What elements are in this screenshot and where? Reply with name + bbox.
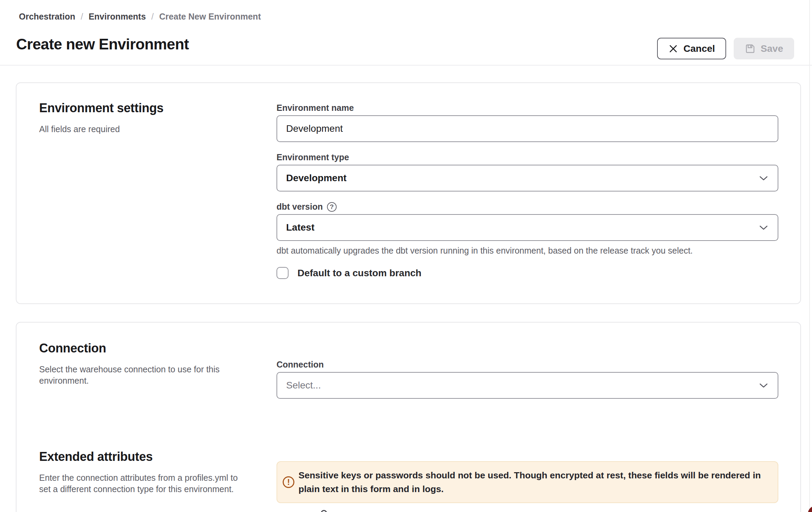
dbt-version-select[interactable]: Latest: [277, 214, 778, 241]
save-button-label: Save: [761, 43, 783, 54]
breadcrumb-environments[interactable]: Environments: [89, 12, 146, 22]
environment-name-label: Environment name: [277, 103, 354, 113]
default-custom-branch-label: Default to a custom branch: [297, 268, 421, 279]
environment-settings-subheading: All fields are required: [39, 124, 245, 135]
chevron-down-icon: [759, 175, 768, 181]
breadcrumb: Orchestration / Environments / Create Ne…: [19, 12, 261, 22]
environment-type-select[interactable]: Development: [277, 165, 778, 191]
environment-settings-heading: Environment settings: [39, 101, 163, 115]
breadcrumb-separator: /: [81, 12, 83, 22]
chat-widget-badge[interactable]: [808, 506, 812, 512]
connection-select[interactable]: Select...: [277, 372, 778, 399]
scrollbar-track[interactable]: [809, 0, 810, 512]
custom-branch-row: Default to a custom branch: [277, 267, 421, 279]
connection-placeholder: Select...: [286, 380, 321, 391]
warning-text: Sensitive keys or passwords should not b…: [298, 468, 766, 496]
breadcrumb-orchestration[interactable]: Orchestration: [19, 12, 75, 22]
connection-heading: Connection: [39, 341, 106, 356]
extended-attributes-description: Enter the connection attributes from a p…: [39, 472, 249, 495]
environment-name-input[interactable]: [277, 115, 778, 142]
header-divider: [0, 65, 812, 66]
breadcrumb-separator: /: [151, 12, 154, 22]
dbt-version-label-row: dbt version ?: [277, 202, 337, 212]
breadcrumb-create-new-environment: Create New Environment: [159, 12, 261, 22]
dbt-version-label: dbt version: [277, 202, 323, 212]
warning-icon: !: [283, 476, 294, 488]
connection-field-label: Connection: [277, 360, 324, 370]
chevron-down-icon: [759, 225, 768, 230]
default-custom-branch-checkbox[interactable]: [277, 267, 289, 279]
environment-settings-card: Environment settings All fields are requ…: [16, 82, 801, 304]
page-title: Create new Environment: [16, 36, 189, 53]
chevron-down-icon: [759, 383, 768, 388]
cancel-button[interactable]: Cancel: [657, 38, 726, 59]
environment-type-value: Development: [286, 173, 347, 184]
save-button[interactable]: Save: [734, 38, 794, 59]
sensitive-keys-warning: ! Sensitive keys or passwords should not…: [277, 461, 778, 503]
header-actions: Cancel Save: [657, 38, 794, 59]
close-icon: [668, 44, 678, 54]
help-icon[interactable]: ?: [327, 202, 337, 212]
connection-description: Select the warehouse connection to use f…: [39, 364, 235, 386]
cancel-button-label: Cancel: [684, 43, 715, 54]
save-icon: [745, 43, 756, 54]
connection-card: Connection Select the warehouse connecti…: [16, 322, 801, 512]
dbt-version-help-text: dbt automatically upgrades the dbt versi…: [277, 246, 693, 256]
dbt-version-value: Latest: [286, 222, 314, 233]
environment-type-label: Environment type: [277, 152, 349, 162]
extended-attributes-heading: Extended attributes: [39, 450, 153, 464]
